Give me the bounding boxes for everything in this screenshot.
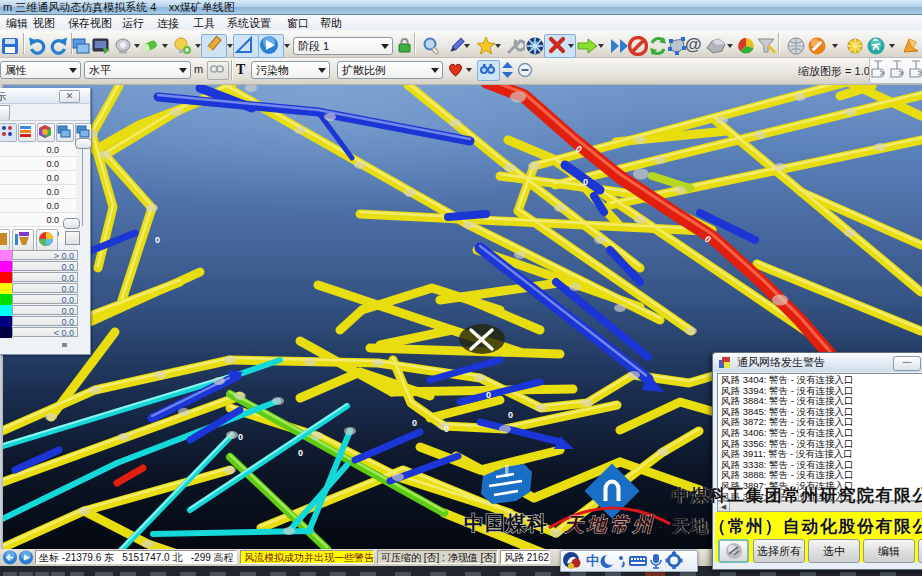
svg-text:0: 0	[486, 390, 491, 400]
svg-text:0: 0	[238, 432, 243, 442]
svg-text:0: 0	[444, 424, 449, 434]
svg-text:天地常州: 天地常州	[563, 514, 656, 535]
svg-text:中: 中	[586, 553, 599, 568]
svg-text:0: 0	[583, 177, 588, 187]
svg-text:0: 0	[298, 448, 303, 458]
svg-text:0: 0	[155, 235, 160, 245]
svg-text:0: 0	[412, 418, 417, 428]
svg-text:0: 0	[508, 410, 513, 420]
svg-text:中国煤科: 中国煤科	[464, 512, 548, 534]
